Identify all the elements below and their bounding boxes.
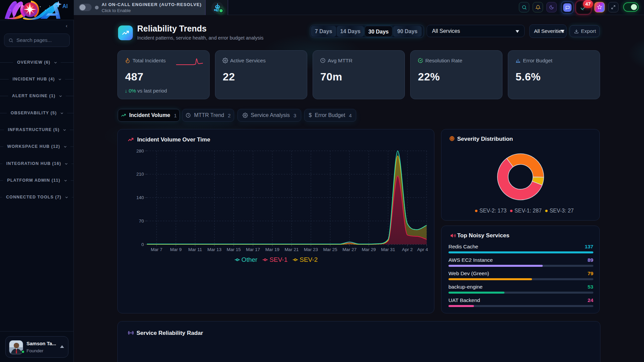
svg-text:Mar 23: Mar 23 [304, 247, 318, 252]
svg-text:Mar 25: Mar 25 [323, 247, 337, 252]
svg-text:Mar 31: Mar 31 [381, 247, 395, 252]
svg-text:Mar 17: Mar 17 [246, 247, 260, 252]
svg-text:Apr 4: Apr 4 [417, 247, 428, 252]
svg-text:Mar 7: Mar 7 [151, 247, 163, 252]
svg-text:140: 140 [136, 195, 144, 200]
svg-text:210: 210 [136, 172, 144, 177]
svg-text:0: 0 [141, 242, 144, 247]
svg-text:Mar 19: Mar 19 [265, 247, 279, 252]
svg-text:Mar 11: Mar 11 [188, 247, 202, 252]
svg-text:Mar 27: Mar 27 [342, 247, 357, 252]
svg-text:Mar 9: Mar 9 [170, 247, 182, 252]
svg-text:AI: AI [62, 3, 68, 9]
svg-text:Apr 2: Apr 2 [402, 247, 413, 252]
svg-text:Mar 13: Mar 13 [207, 247, 221, 252]
svg-text:Mar 21: Mar 21 [284, 247, 299, 252]
svg-text:280: 280 [136, 148, 144, 154]
svg-text:Mar 29: Mar 29 [362, 247, 376, 252]
svg-text:70: 70 [139, 219, 144, 224]
svg-text:Mar 15: Mar 15 [227, 247, 241, 252]
